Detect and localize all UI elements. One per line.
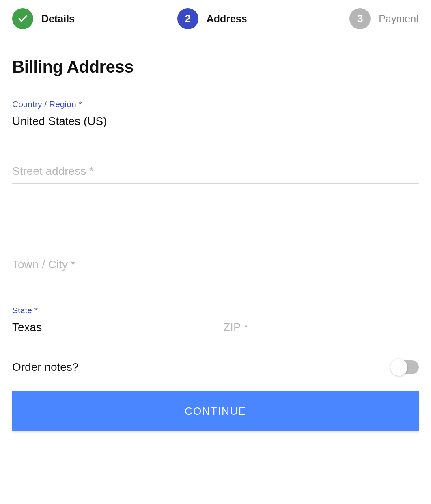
step-label: Payment [379,13,419,25]
step-payment[interactable]: 3 Payment [349,8,419,29]
step-connector [84,19,168,19]
state-field: State * [12,306,208,340]
order-notes-row: Order notes? [12,360,419,374]
country-select[interactable] [12,112,419,134]
city-input[interactable] [12,256,419,277]
city-field [12,256,419,277]
street-address-2-input[interactable] [12,209,419,230]
state-select[interactable] [12,319,208,340]
state-label: State * [12,306,208,315]
check-icon [17,13,28,24]
step-circle-pending: 3 [349,8,371,29]
continue-button[interactable]: CONTINUE [12,391,419,431]
checkout-stepper: Details 2 Address 3 Payment [0,0,431,41]
order-notes-label: Order notes? [12,361,78,374]
step-number: 3 [357,13,363,25]
form-content: Billing Address Country / Region * State… [0,41,431,444]
street-address-2-field [12,209,419,230]
country-field: Country / Region * [12,99,419,134]
step-circle-active: 2 [177,8,198,29]
switch-thumb [390,359,407,376]
step-connector [256,19,341,19]
country-label: Country / Region * [12,99,419,109]
step-number: 2 [185,13,190,25]
step-details[interactable]: Details [12,8,75,29]
step-label: Details [41,13,75,25]
zip-field [223,306,419,340]
page-title: Billing Address [12,57,419,77]
street-address-field [12,162,419,184]
zip-input[interactable] [223,319,419,340]
step-circle-done [12,8,33,29]
step-address[interactable]: 2 Address [177,8,247,29]
state-zip-row: State * [12,306,419,340]
order-notes-toggle[interactable] [392,360,419,374]
step-label: Address [207,13,247,25]
street-address-input[interactable] [12,162,419,184]
